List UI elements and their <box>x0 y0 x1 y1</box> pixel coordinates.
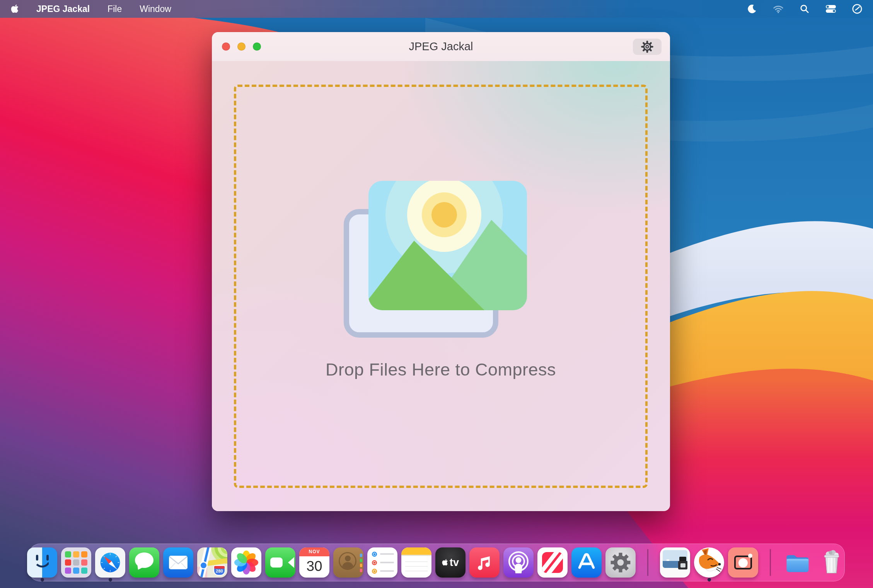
reminders-icon <box>367 547 397 578</box>
jpeg-jackal-fox-icon <box>694 547 724 578</box>
clock-icon[interactable] <box>851 3 863 15</box>
screenshot-icon <box>728 547 758 578</box>
dock-item-photos[interactable] <box>231 547 261 578</box>
notes-icon <box>401 547 431 578</box>
dock-item-safari[interactable] <box>95 547 125 578</box>
drop-zone-label: Drop Files Here to Compress <box>236 360 645 380</box>
dock: 280 <box>29 544 845 581</box>
photo-placeholder-icon <box>368 181 527 310</box>
window-content: Drop Files Here to Compress <box>212 61 670 511</box>
dock-item-music[interactable] <box>469 547 500 578</box>
image-tool-icon <box>660 547 690 578</box>
desktop: JPEG Jackal File Window <box>0 0 873 588</box>
window-title: JPEG Jackal <box>212 32 670 61</box>
search-icon[interactable] <box>799 3 810 15</box>
system-preferences-icon <box>605 547 636 578</box>
calendar-icon: NOV 30 <box>299 547 329 578</box>
running-indicator <box>109 578 112 581</box>
jpeg-jackal-window: JPEG Jackal <box>212 32 670 511</box>
dock-separator <box>647 549 648 576</box>
dock-item-finder[interactable] <box>27 547 57 578</box>
dock-item-facetime[interactable] <box>265 547 295 578</box>
menubar-app-name[interactable]: JPEG Jackal <box>36 4 90 14</box>
folder-icon <box>783 547 813 578</box>
wifi-icon[interactable] <box>772 3 784 15</box>
dock-item-trash[interactable] <box>817 547 847 578</box>
dock-item-notes[interactable] <box>401 547 431 578</box>
menubar-menu-window[interactable]: Window <box>140 4 171 14</box>
dock-item-mail[interactable] <box>163 547 193 578</box>
dock-item-system-preferences[interactable] <box>605 547 636 578</box>
menu-bar-status-area <box>746 3 873 15</box>
dock-item-messages[interactable] <box>129 547 159 578</box>
window-titlebar[interactable]: JPEG Jackal <box>212 32 670 61</box>
running-indicator <box>708 578 711 581</box>
dock-item-downloads-folder[interactable] <box>783 547 813 578</box>
podcasts-icon <box>503 547 534 578</box>
safari-icon <box>95 547 125 578</box>
dock-item-jpeg-jackal[interactable] <box>694 547 724 578</box>
apple-menu-icon[interactable] <box>11 4 19 14</box>
apple-tv-icon: tv <box>435 547 465 578</box>
dock-item-tv[interactable]: tv <box>435 547 465 578</box>
control-center-icon[interactable] <box>825 3 837 15</box>
music-icon <box>469 547 500 578</box>
photos-icon <box>231 547 261 578</box>
dock-item-image-tool[interactable] <box>660 547 690 578</box>
dock-separator <box>770 549 771 576</box>
moon-icon[interactable] <box>746 3 758 15</box>
apple-logo-icon <box>442 559 448 566</box>
news-icon <box>537 547 568 578</box>
dock-item-contacts[interactable] <box>333 547 363 578</box>
maps-icon: 280 <box>197 547 227 578</box>
launchpad-icon <box>61 547 91 578</box>
maps-route-badge: 280 <box>214 569 225 574</box>
calendar-month: NOV <box>299 547 329 556</box>
menu-bar: JPEG Jackal File Window <box>0 0 873 18</box>
settings-button[interactable] <box>633 39 662 55</box>
menu-bar-left: JPEG Jackal File Window <box>0 4 171 14</box>
mail-icon <box>163 547 193 578</box>
dock-item-calendar[interactable]: NOV 30 <box>299 547 329 578</box>
apple-logo-icon <box>11 4 19 14</box>
menubar-menu-file[interactable]: File <box>107 4 122 14</box>
contacts-icon <box>333 547 363 578</box>
finder-icon <box>27 547 57 578</box>
dock-item-podcasts[interactable] <box>503 547 534 578</box>
tv-label: tv <box>450 557 459 569</box>
dock-item-app-store[interactable] <box>571 547 602 578</box>
running-indicator <box>41 578 44 581</box>
drop-zone[interactable]: Drop Files Here to Compress <box>234 85 648 488</box>
gear-icon <box>641 41 653 53</box>
trash-icon <box>817 547 847 578</box>
facetime-icon <box>265 547 295 578</box>
dock-item-news[interactable] <box>537 547 568 578</box>
dock-item-reminders[interactable] <box>367 547 397 578</box>
dock-item-maps[interactable]: 280 <box>197 547 227 578</box>
calendar-day: 30 <box>306 556 322 576</box>
dock-item-launchpad[interactable] <box>61 547 91 578</box>
dock-item-screenshot[interactable] <box>728 547 758 578</box>
app-store-icon <box>571 547 602 578</box>
messages-icon <box>129 547 159 578</box>
